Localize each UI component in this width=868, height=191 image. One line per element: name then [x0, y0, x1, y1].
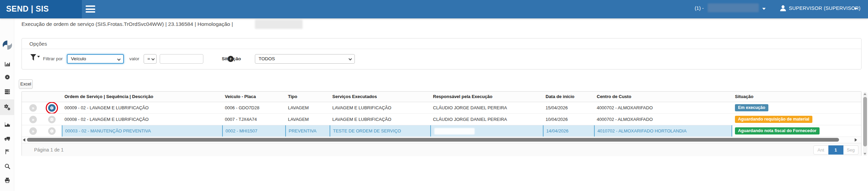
chevron-down-icon[interactable]	[762, 8, 766, 10]
cell-centro-custo: 4000702 - ALMOXARIFADO	[594, 114, 732, 125]
chevron-down-icon[interactable]	[854, 8, 857, 10]
filter-row: Filtrar por Veículo valor = + Situação T…	[22, 49, 861, 69]
bar-chart-icon[interactable]	[0, 58, 14, 69]
column-header-situacao: Situação	[732, 92, 861, 102]
cell-data-inicio: 10/04/2026	[543, 114, 594, 125]
vertical-scrollbar-thumb[interactable]	[863, 97, 867, 146]
pagination: Ant 1 Seg	[813, 145, 858, 155]
options-panel: Opções Filtrar por Veículo valor = + Sit…	[21, 38, 862, 69]
chevron-down-icon	[117, 58, 121, 61]
truck-icon[interactable]	[0, 133, 14, 144]
redacted-responsavel	[434, 128, 475, 134]
flag-icon[interactable]	[0, 146, 14, 157]
cell-ordem: 00003 - 02 - MANUTENÇÃO PREVENTIVA	[62, 125, 222, 137]
brand-logo[interactable]: SEND | SIS	[6, 4, 49, 14]
menu-icon[interactable]	[86, 5, 95, 13]
cell-responsavel: CLÁUDIO JORGE DANIEL PEREIRA	[430, 102, 543, 113]
double-gears-icon[interactable]	[0, 101, 14, 113]
redacted-title-suffix	[255, 20, 303, 29]
vertical-scrollbar[interactable]	[863, 92, 867, 156]
area-chart-icon[interactable]	[0, 118, 14, 130]
filter-funnel-icon[interactable]	[30, 54, 40, 63]
row-advance-button[interactable]: »	[29, 104, 37, 112]
scroll-up-arrow-icon[interactable]	[864, 93, 866, 95]
cell-servicos: TESTE DE ORDEM DE SERVIÇO	[330, 125, 430, 137]
status-badge: Em execução	[735, 104, 768, 111]
user-menu[interactable]: SUPERVISOR (SUPERVISOR)	[789, 5, 860, 11]
cell-veiculo: 0007 - TJX4A74	[222, 114, 285, 125]
cell-centro-custo: 4000702 - ALMOXARIFADO	[594, 102, 732, 113]
column-header-veiculo: Veículo - Placa	[222, 92, 285, 102]
table-row-selected[interactable]: » 00003 - 02 - MANUTENÇÃO PREVENTIVA 000…	[22, 125, 861, 137]
top-bar: SEND | SIS (1) - SUPERVISOR (SUPERVISOR)	[0, 0, 868, 18]
filter-by-label: Filtrar por	[43, 56, 63, 61]
excel-export-button[interactable]: Excel	[19, 79, 33, 89]
cell-tipo: LAVAGEM	[285, 102, 330, 113]
cell-veiculo: 0006 - GDO7D28	[222, 102, 285, 113]
printer-icon[interactable]	[0, 174, 14, 186]
pagination-page-1-button[interactable]: 1	[828, 145, 843, 155]
options-panel-title: Opções	[22, 38, 861, 49]
horizontal-scrollbar-thumb[interactable]	[27, 138, 839, 142]
horizontal-scrollbar[interactable]	[22, 137, 861, 143]
cell-responsavel: CLÁUDIO JORGE DANIEL PEREIRA	[430, 114, 543, 125]
column-header-centro-custo: Centro de Custo	[594, 92, 732, 102]
app-logo[interactable]	[2, 40, 13, 52]
column-header-data-inicio: Data de início	[543, 92, 594, 102]
scroll-left-arrow-icon[interactable]	[23, 138, 25, 142]
filter-value-input[interactable]	[160, 54, 203, 64]
pagination-prev-button[interactable]: Ant	[813, 145, 828, 155]
cell-tipo: PREVENTIVA	[285, 125, 330, 137]
sidebar	[0, 18, 14, 191]
column-header-ordem: Ordem de Serviço | Sequência | Descrição	[62, 92, 222, 102]
cell-ordem: 00008 - 02 - LAVAGEM E LUBRIFICAÇÃO	[62, 114, 222, 125]
server-list-icon[interactable]	[0, 86, 14, 97]
column-header-servicos: Serviços Executados	[330, 92, 430, 102]
status-badge: Aguardando nota fiscal do Fornecedor	[735, 127, 820, 134]
operator-select[interactable]: =	[144, 54, 157, 64]
table-row[interactable]: » 00008 - 02 - LAVAGEM E LUBRIFICAÇÃO 00…	[22, 114, 861, 125]
row-execute-gear-button[interactable]	[48, 127, 56, 135]
cell-ordem: 00009 - 02 - LAVAGEM E LUBRIFICAÇÃO	[62, 102, 222, 113]
situacao-select[interactable]: TODOS	[255, 54, 355, 64]
chevron-down-icon	[151, 57, 155, 61]
scroll-down-arrow-icon[interactable]	[864, 153, 866, 155]
cell-tipo: LAVAGEM	[285, 114, 330, 125]
service-orders-table: Ordem de Serviço | Sequência | Descrição…	[21, 91, 862, 156]
value-label: valor	[129, 56, 139, 61]
page-title: Execução de ordem de serviço (SIS.Frotas…	[21, 21, 233, 27]
cell-centro-custo: 4010702 - ALMOXARIFADO HORTOLANDIA	[594, 125, 732, 137]
user-icon	[779, 4, 787, 14]
table-footer: Página 1 de 1 Ant 1 Seg	[22, 143, 861, 156]
scroll-right-arrow-icon[interactable]	[855, 138, 857, 142]
gear-icon[interactable]	[0, 71, 14, 83]
page-info: Página 1 de 1	[34, 147, 63, 153]
cell-data-inicio: 15/04/2026	[543, 102, 594, 113]
cell-veiculo: 0002 - MHI1507	[222, 125, 285, 137]
redacted-company-name[interactable]	[708, 3, 759, 12]
environment-label: (1) -	[695, 5, 704, 11]
actions-column-header	[22, 92, 62, 102]
situacao-label: Situação	[222, 56, 241, 61]
search-icon[interactable]	[0, 160, 14, 172]
column-header-responsavel: Responsável pela Execução	[430, 92, 543, 102]
column-header-tipo: Tipo	[285, 92, 330, 102]
row-execute-gear-button[interactable]	[48, 104, 56, 112]
row-execute-gear-button[interactable]	[48, 116, 56, 123]
table-row[interactable]: » 00009 - 02 - LAVAGEM E LUBRIFICAÇÃO 00…	[22, 102, 861, 114]
filter-field-select[interactable]: Veículo	[67, 54, 124, 64]
row-advance-button[interactable]: »	[29, 127, 37, 135]
app-window: SEND | SIS (1) - SUPERVISOR (SUPERVISOR)	[0, 0, 868, 191]
cell-responsavel	[430, 125, 543, 137]
cell-data-inicio: 14/04/2026	[543, 125, 594, 137]
chevron-down-icon	[349, 57, 352, 61]
row-advance-button[interactable]: »	[29, 116, 37, 123]
table-header-row: Ordem de Serviço | Sequência | Descrição…	[22, 92, 861, 102]
cell-servicos: LAVAGEM E LUBRIFICAÇÃO	[330, 102, 430, 113]
pagination-next-button[interactable]: Seg	[843, 145, 858, 155]
cell-servicos: LAVAGEM E LUBRIFICAÇÃO	[330, 114, 430, 125]
status-badge: Aguardando requisição de material	[735, 116, 812, 123]
